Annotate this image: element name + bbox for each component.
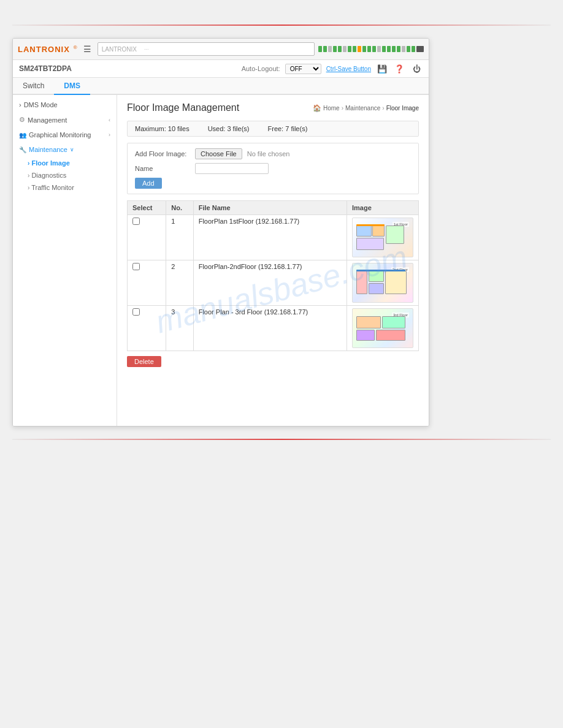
table-row: 3 Floor Plan - 3rd Floor (192.168.1.77) … [128,306,419,351]
row-1-checkbox[interactable] [132,218,140,225]
address-label: LANTRONIX [102,46,137,53]
port-4 [333,46,337,52]
row-3-no: 3 [166,306,193,351]
home-icon: 🏠 [313,104,321,112]
row-1-image: 1st Floor [352,218,413,257]
sidebar-label-graphical: Graphical Monitoring [29,131,91,138]
room-3b [382,316,405,328]
page-header: Floor Image Management 🏠 Home › Maintena… [127,102,419,113]
floor3-inner: 3rd Floor [355,311,410,346]
row-2-no: 2 [166,260,193,306]
sidebar-sub-traffic-monitor[interactable]: › Traffic Monitor [13,181,117,194]
sidebar-item-graphical[interactable]: 👥 Graphical Monitoring › [13,127,117,142]
add-section: Add Floor Image: Choose File No file cho… [127,143,419,194]
wrench-icon: 🔧 [19,146,26,153]
port-13 [377,46,381,52]
port-11 [367,46,371,52]
address-dots: ··· [144,46,149,52]
row-2-checkbox[interactable] [132,263,140,270]
sidebar-item-maintenance[interactable]: 🔧 Maintenance ∨ [13,142,117,157]
port-15 [387,46,391,52]
sidebar-sub-diagnostics[interactable]: › Diagnostics [13,169,117,181]
logo: LANTRONIX [18,45,70,54]
info-used: Used: 3 file(s) [208,125,250,132]
nav-bar: LANTRONIX ® ☰ LANTRONIX ··· [13,39,429,60]
col-filename: File Name [193,201,347,215]
breadcrumb-maintenance[interactable]: Maintenance [345,105,380,112]
hamburger-icon[interactable]: ☰ [81,43,94,55]
port-17 [397,46,400,52]
tab-switch[interactable]: Switch [13,78,54,95]
device-name: SM24TBT2DPA [19,64,72,73]
floor1-inner: 1st Floor [355,221,410,255]
row-3-filename: Floor Plan - 3rd Floor (192.168.1.77) [193,306,347,351]
save-icon[interactable]: 💾 [376,63,388,75]
row-1-no: 1 [166,215,193,260]
add-button[interactable]: Add [135,178,162,189]
col-no: No. [166,201,193,215]
add-file-label: Add Floor Image: [135,150,190,157]
row-3-image: 3rd Floor [352,308,413,348]
row-3-select-cell [128,306,166,351]
chevron-graphical-icon: › [109,132,110,138]
bottom-divider [12,439,551,440]
port-8 [353,46,356,52]
breadcrumb-home[interactable]: Home [323,105,340,112]
port-sfp [416,46,424,52]
sub-arrow-traffic: › [28,184,29,191]
port-status-bar [318,46,424,52]
port-9 [358,46,361,52]
add-name-row: Name [135,163,411,174]
room-2a [356,271,367,294]
room-1b [372,226,385,237]
table-header-row: Select No. File Name Image [128,201,419,215]
browser-frame: LANTRONIX ® ☰ LANTRONIX ··· [12,38,429,427]
name-label: Name [135,165,190,172]
info-bar: Maximum: 10 files Used: 3 file(s) Free: … [127,121,419,137]
delete-button[interactable]: Delete [127,356,161,367]
room-2b [369,271,384,282]
tab-dms[interactable]: DMS [54,78,90,95]
sidebar: › DMS Mode ⚙ Management ‹ 👥 Graphical Mo… [13,95,117,426]
sidebar-label-floor-image: Floor Image [31,159,69,167]
logout-icon[interactable]: ⏻ [410,63,423,75]
room-1a [356,226,372,237]
page-title: Floor Image Management [127,102,239,113]
room-3a [356,316,381,328]
sidebar-item-management[interactable]: ⚙ Management ‹ [13,112,117,127]
table-row: 2 FloorPlan-2ndFloor (192.168.1.77) 2nd … [128,260,419,306]
sidebar-sub-floor-image[interactable]: › Floor Image [13,157,117,169]
port-10 [362,46,366,52]
table-row: 1 FloorPlan 1stFloor (192.168.1.77) 1st … [128,215,419,260]
sidebar-label-traffic-monitor: Traffic Monitor [31,184,74,191]
address-bar[interactable]: LANTRONIX ··· [98,42,315,56]
add-file-row: Add Floor Image: Choose File No file cho… [135,148,411,159]
gear-icon: ⚙ [19,116,25,124]
choose-file-button[interactable]: Choose File [195,148,242,159]
sidebar-label-maintenance: Maintenance [29,146,67,153]
port-20 [412,46,415,52]
port-18 [402,46,405,52]
room-1c [386,226,404,244]
main-content: › DMS Mode ⚙ Management ‹ 👥 Graphical Mo… [13,95,429,426]
ctrl-save-button[interactable]: Ctrl-Save Button [326,66,371,72]
row-2-select-cell [128,260,166,306]
row-3-checkbox[interactable] [132,308,140,316]
breadcrumb: 🏠 Home › Maintenance › Floor Image [313,104,419,112]
floor2-inner: 2nd Floor [355,266,410,300]
help-icon[interactable]: ❓ [393,63,405,75]
data-table: Select No. File Name Image [127,200,419,351]
auto-logout-select[interactable]: OFF 5 min 10 min [285,64,321,74]
no-file-text: No file chosen [247,150,290,157]
logo-strip [356,224,385,226]
port-1 [318,46,322,52]
room-3c [356,330,375,341]
breadcrumb-sep-1: › [342,105,343,112]
row-1-select-cell [128,215,166,260]
port-19 [407,46,410,52]
sidebar-item-dms-mode[interactable]: › DMS Mode [13,97,117,112]
row-3-image-cell: 3rd Floor [347,306,419,351]
group-icon: 👥 [19,132,26,138]
port-16 [392,46,396,52]
name-input[interactable] [195,163,269,174]
